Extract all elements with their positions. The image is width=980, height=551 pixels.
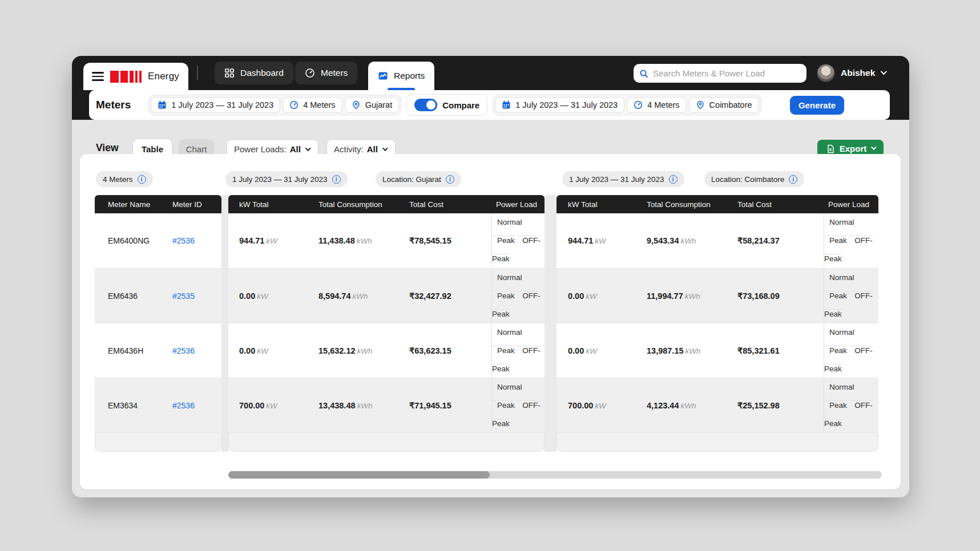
kw-total-value: 944.71kW <box>239 236 277 245</box>
meters-table: Meter Name Meter ID EM6400NG #2536 EM643… <box>95 195 221 452</box>
document-icon <box>826 144 835 153</box>
power-load-subcolumn: Normal Peak OFF-Peak <box>824 269 878 323</box>
meters-chip-left[interactable]: 4 Meters <box>283 97 342 113</box>
consumption-value: 9,543.34kWh <box>647 236 696 245</box>
unit-kw: kW <box>595 402 606 410</box>
col-meter-name: Meter Name <box>108 200 150 209</box>
page: Energy Dashboard Meters <box>0 0 980 551</box>
compare-toggle[interactable] <box>414 99 437 111</box>
location-chip-right[interactable]: Coimbatore <box>689 97 759 113</box>
tab-reports-label: Reports <box>394 71 425 81</box>
kw-total-value: 700.00kW <box>568 401 606 410</box>
meter-name: EM6436 <box>108 291 138 301</box>
power-load-subcolumn: Normal Peak OFF-Peak <box>491 378 545 432</box>
power-load-normal: Normal <box>824 218 854 226</box>
power-load-subcolumn: Normal Peak OFF-Peak <box>491 323 545 378</box>
compare-control: Compare <box>406 94 487 116</box>
table-row: 700.00kW 13,438.48kWh ₹71,945.15 Normal … <box>228 378 545 432</box>
location-label: Gujarat <box>365 100 393 110</box>
info-icon[interactable]: i <box>138 175 146 184</box>
tab-reports[interactable]: Reports <box>368 62 434 90</box>
meter-id-link[interactable]: #2536 <box>172 236 195 245</box>
info-icon[interactable]: i <box>789 175 797 184</box>
meters-count-label: 4 Meters <box>303 100 335 110</box>
export-label: Export <box>840 144 867 153</box>
nav-divider <box>197 66 198 80</box>
location-chip-gujarat: Location: Gujarat i <box>376 171 461 187</box>
unit-kwh: kWh <box>357 402 373 410</box>
info-icon[interactable]: i <box>332 175 341 184</box>
horizontal-scrollbar-track[interactable] <box>228 471 882 479</box>
consumption-value: 8,594.74kWh <box>318 291 368 301</box>
cost-value: ₹32,427.92 <box>409 291 451 301</box>
info-icon[interactable]: i <box>669 175 677 184</box>
table-row: EM6436H #2536 <box>95 323 221 378</box>
cost-value: ₹63,623.15 <box>409 346 451 355</box>
report-panel: 4 Meters i 1 July 2023 — 31 July 2023 i … <box>80 154 901 489</box>
col-power-load: Power Load <box>496 200 537 209</box>
table-row: 944.71kW 11,438.48kWh ₹78,545.15 Normal … <box>228 213 545 268</box>
meter-name: EM6436H <box>108 346 143 355</box>
table-row: 944.71kW 9,543.34kWh ₹58,214.37 Normal P… <box>556 213 878 268</box>
brand-logo-icon <box>110 70 142 83</box>
location-chip-left[interactable]: Gujarat <box>345 97 400 113</box>
date-range-chip-gujarat: 1 July 2023 — 31 July 2023 i <box>225 171 348 187</box>
menu-icon[interactable] <box>92 72 104 81</box>
unit-kw: kW <box>266 237 277 245</box>
generate-button[interactable]: Generate <box>790 96 844 115</box>
table-row: 700.00kW 4,123.44kWh ₹25,152.98 Normal P… <box>556 378 878 432</box>
meter-name: EM6400NG <box>108 236 150 245</box>
table-row: 0.00kW 13,987.15kWh ₹85,321.61 Normal Pe… <box>556 323 878 378</box>
unit-kwh: kWh <box>680 237 696 245</box>
user-menu[interactable]: Abishek <box>817 63 885 83</box>
consumption-value: 4,123.44kWh <box>647 401 696 410</box>
filter-group-right: 1 July 2023 — 31 July 2023 4 Meters <box>493 95 761 115</box>
meters-count-chip: 4 Meters i <box>96 171 153 187</box>
unit-kwh: kWh <box>357 237 372 245</box>
power-load-subcolumn: Normal Peak OFF-Peak <box>824 323 878 378</box>
tab-meters-label: Meters <box>321 68 348 78</box>
power-load-subcolumn: Normal Peak OFF-Peak <box>491 213 545 268</box>
power-load-peak: Peak <box>492 400 515 410</box>
table-row: EM6436 #2535 <box>95 268 221 323</box>
search-box[interactable] <box>634 64 806 83</box>
chip-label: 1 July 2023 — 31 July 2023 <box>569 175 664 184</box>
table-row: EM6400NG #2536 <box>95 213 221 268</box>
meters-chip-right[interactable]: 4 Meters <box>627 97 686 113</box>
meter-id-link[interactable]: #2536 <box>172 401 195 410</box>
cost-value: ₹25,152.98 <box>737 401 780 410</box>
cost-value: ₹85,321.61 <box>737 346 780 355</box>
meter-id-link[interactable]: #2536 <box>172 346 195 355</box>
tab-meters[interactable]: Meters <box>295 62 357 84</box>
kw-total-value: 700.00kW <box>239 401 277 410</box>
chip-label: Location: Gujarat <box>382 175 441 184</box>
tab-dashboard[interactable]: Dashboard <box>215 62 293 84</box>
col-meter-id: Meter ID <box>172 200 202 209</box>
power-loads-value: All <box>290 144 301 154</box>
meters-count-label: 4 Meters <box>647 100 679 110</box>
table-gutter <box>545 195 556 452</box>
table-footer <box>228 432 545 452</box>
gauge-icon <box>634 100 643 110</box>
view-label: View <box>96 142 119 154</box>
chevron-down-icon <box>881 68 887 74</box>
date-range-chip-left[interactable]: 1 July 2023 — 31 July 2023 <box>151 97 280 113</box>
table-header: kW Total Total Consumption Total Cost Po… <box>228 195 545 213</box>
power-loads-label: Power Loads: <box>234 144 287 154</box>
date-range-chip-right[interactable]: 1 July 2023 — 31 July 2023 <box>495 97 624 113</box>
kw-total-value: 0.00kW <box>568 291 597 301</box>
search-input[interactable] <box>653 68 801 78</box>
info-icon[interactable]: i <box>446 175 454 184</box>
horizontal-scrollbar-thumb[interactable] <box>228 471 490 479</box>
activity-label: Activity: <box>334 144 364 154</box>
table-footer <box>556 432 878 452</box>
activity-value: All <box>367 144 378 154</box>
unit-kwh: kWh <box>357 347 373 355</box>
chevron-down-icon <box>871 144 877 150</box>
power-load-normal: Normal <box>824 328 854 337</box>
meter-id-link[interactable]: #2535 <box>172 291 195 301</box>
cost-value: ₹78,545.15 <box>409 236 451 245</box>
power-load-peak: Peak <box>824 291 847 300</box>
coimbatore-table: kW Total Total Consumption Total Cost Po… <box>556 195 878 452</box>
power-load-normal: Normal <box>492 383 522 391</box>
